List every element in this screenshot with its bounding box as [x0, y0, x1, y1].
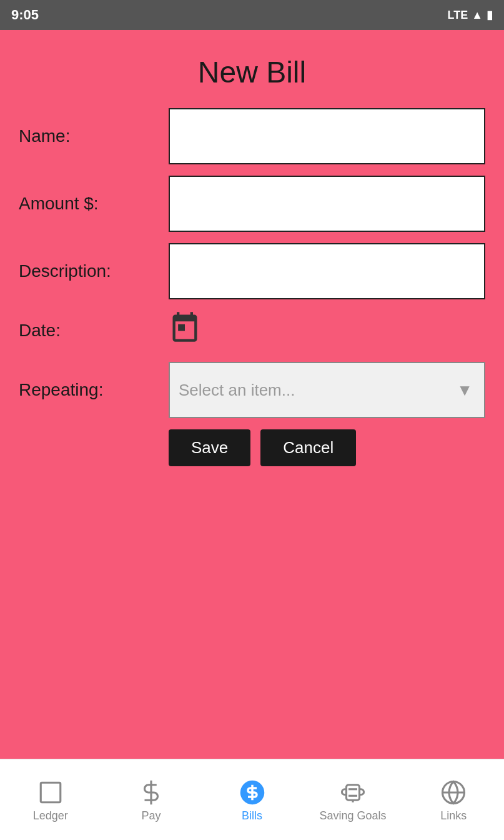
repeating-select[interactable]: Daily Weekly Monthly Yearly: [169, 362, 485, 418]
amount-label: Amount $:: [19, 194, 169, 214]
buttons-row: Save Cancel: [19, 429, 485, 466]
name-input[interactable]: [169, 108, 485, 164]
nav-label-links: Links: [440, 809, 467, 822]
lte-label: LTE: [448, 9, 468, 22]
nav-label-bills: Bills: [242, 809, 262, 822]
battery-icon: ▮: [487, 8, 493, 22]
form-container: Name: Amount $: Description: Date: Repea…: [19, 108, 485, 466]
nav-item-saving-goals[interactable]: Saving Goals: [302, 779, 403, 822]
name-row: Name:: [19, 108, 485, 164]
date-row: Date:: [19, 311, 485, 351]
name-label: Name:: [19, 126, 169, 146]
nav-label-ledger: Ledger: [33, 809, 68, 822]
svg-rect-0: [41, 782, 61, 802]
nav-item-links[interactable]: Links: [403, 779, 504, 822]
description-label: Description:: [19, 261, 169, 281]
status-bar: 9:05 LTE ▲ ▮: [0, 0, 504, 30]
calendar-icon[interactable]: [169, 311, 201, 351]
main-content: New Bill Name: Amount $: Description: Da…: [0, 30, 504, 759]
date-label: Date:: [19, 321, 169, 341]
signal-icon: ▲: [472, 9, 483, 22]
nav-label-pay: Pay: [142, 809, 161, 822]
status-icons: LTE ▲ ▮: [448, 8, 493, 22]
svg-rect-4: [346, 785, 359, 801]
amount-row: Amount $:: [19, 176, 485, 232]
description-input[interactable]: [169, 243, 485, 299]
amount-input[interactable]: [169, 176, 485, 232]
bottom-nav: Ledger Pay Bills Saving Goals: [0, 759, 504, 840]
nav-label-saving-goals: Saving Goals: [319, 809, 386, 822]
save-button[interactable]: Save: [169, 429, 250, 466]
repeating-row: Repeating: Daily Weekly Monthly Yearly ▼…: [19, 362, 485, 418]
page-title: New Bill: [198, 55, 306, 89]
cancel-button[interactable]: Cancel: [260, 429, 356, 466]
repeating-label: Repeating:: [19, 380, 169, 400]
description-row: Description:: [19, 243, 485, 299]
repeating-select-wrapper: Daily Weekly Monthly Yearly ▼ Select an …: [169, 362, 485, 418]
nav-item-bills[interactable]: Bills: [202, 779, 302, 822]
nav-item-pay[interactable]: Pay: [101, 779, 201, 822]
nav-item-ledger[interactable]: Ledger: [0, 779, 101, 822]
status-time: 9:05: [11, 7, 39, 23]
